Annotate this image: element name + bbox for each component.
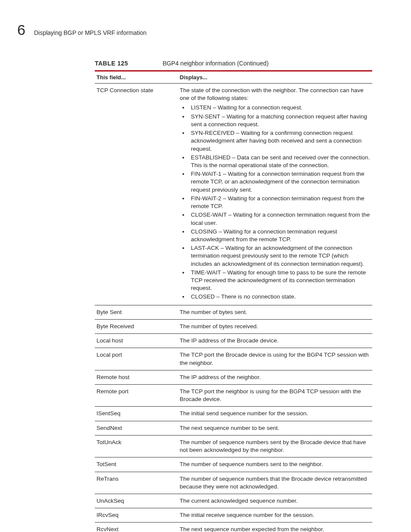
displays-cell: The IP address of the neighbor. <box>178 370 372 384</box>
table-row: SendNextThe next sequence number to be s… <box>95 421 372 435</box>
table-row: Local portThe TCP port the Brocade devic… <box>95 348 372 370</box>
field-cell: Byte Sent <box>95 305 178 319</box>
bullet-item: CLOSED – There is no connection state. <box>180 293 371 301</box>
table-row: ReTransThe number of sequence numbers th… <box>95 472 372 494</box>
bullet-item: ESTABLISHED – Data can be sent and recei… <box>180 154 371 169</box>
displays-cell: The TCP port the Brocade device is using… <box>178 348 372 370</box>
field-cell: Remote port <box>95 385 178 407</box>
table-row: Byte ReceivedThe number of bytes receive… <box>95 319 372 333</box>
bullet-item: FIN-WAIT-1 – Waiting for a connection te… <box>180 170 371 194</box>
table-header-row: This field... Displays... <box>95 71 372 84</box>
displays-cell: The initial receive sequence number for … <box>178 508 372 523</box>
table-header-field: This field... <box>95 71 178 84</box>
field-cell: Local port <box>95 348 178 370</box>
table-title: BGP4 neighbor information (Continued) <box>162 60 268 67</box>
field-cell: RcvNext <box>95 523 178 532</box>
bullet-item: SYN-RECEIVED – Waiting for a confirming … <box>180 129 371 153</box>
displays-cell: The number of sequence numbers sent by t… <box>178 435 372 457</box>
field-cell: UnAckSeq <box>95 494 178 508</box>
bullet-item: CLOSING – Waiting for a connection termi… <box>180 228 371 243</box>
bullet-item: SYN-SENT – Waiting for a matching connec… <box>180 113 371 128</box>
displays-cell: The state of the connection with the nei… <box>178 84 372 305</box>
displays-cell: The IP address of the Brocade device. <box>178 334 372 348</box>
bullet-item: CLOSE-WAIT – Waiting for a connection te… <box>180 211 371 227</box>
page: 6 Displaying BGP or MPLS VRF information… <box>0 0 411 532</box>
field-cell: TotSent <box>95 457 178 472</box>
table-caption: TABLE 125 BGP4 neighbor information (Con… <box>95 60 372 67</box>
displays-cell: The number of sequence numbers sent to t… <box>178 457 372 472</box>
table-row: TotSentThe number of sequence numbers se… <box>95 457 372 472</box>
table-header-displays: Displays... <box>178 71 372 84</box>
table-wrapper: TABLE 125 BGP4 neighbor information (Con… <box>95 60 372 532</box>
field-cell: Remote host <box>95 370 178 384</box>
bullet-item: TIME-WAIT – Waiting for enough time to p… <box>180 269 371 292</box>
table-row: Byte SentThe number of bytes sent. <box>95 305 372 319</box>
cell-intro: The state of the connection with the nei… <box>180 87 371 102</box>
field-cell: ISentSeq <box>95 407 178 421</box>
table-row: IRcvSeqThe initial receive sequence numb… <box>95 508 372 523</box>
displays-cell: The number of bytes sent. <box>178 305 372 319</box>
field-cell: IRcvSeq <box>95 508 178 523</box>
chapter-number: 6 <box>17 22 25 38</box>
table-row: Remote portThe TCP port the neighbor is … <box>95 385 372 407</box>
table-row: TotUnAckThe number of sequence numbers s… <box>95 435 372 457</box>
field-cell: SendNext <box>95 421 178 435</box>
table-row: RcvNextThe next sequence number expected… <box>95 523 372 532</box>
displays-cell: The next sequence number expected from t… <box>178 523 372 532</box>
displays-cell: The next sequence number to be sent. <box>178 421 372 435</box>
page-header: 6 Displaying BGP or MPLS VRF information <box>17 22 372 38</box>
displays-cell: The current acknowledged sequence number… <box>178 494 372 508</box>
table-row: UnAckSeqThe current acknowledged sequenc… <box>95 494 372 508</box>
table-row: Remote hostThe IP address of the neighbo… <box>95 370 372 384</box>
bullet-item: LISTEN – Waiting for a connection reques… <box>180 104 371 112</box>
displays-cell: The TCP port the neighbor is using for t… <box>178 385 372 407</box>
field-cell: ReTrans <box>95 472 178 494</box>
field-cell: Byte Received <box>95 319 178 333</box>
table-row: TCP Connection stateThe state of the con… <box>95 84 372 305</box>
displays-cell: The number of sequence numbers that the … <box>178 472 372 494</box>
table-row: ISentSeqThe initial send sequence number… <box>95 407 372 421</box>
displays-cell: The number of bytes received. <box>178 319 372 333</box>
displays-cell: The initial send sequence number for the… <box>178 407 372 421</box>
field-cell: Local host <box>95 334 178 348</box>
bgp4-table: This field... Displays... TCP Connection… <box>95 70 372 532</box>
bullet-item: LAST-ACK – Waiting for an acknowledgment… <box>180 244 371 268</box>
table-row: Local hostThe IP address of the Brocade … <box>95 334 372 348</box>
bullet-item: FIN-WAIT-2 – Waiting for a connection te… <box>180 195 371 210</box>
chapter-title: Displaying BGP or MPLS VRF information <box>34 29 146 36</box>
field-cell: TCP Connection state <box>95 84 178 305</box>
field-cell: TotUnAck <box>95 435 178 457</box>
bullet-list: LISTEN – Waiting for a connection reques… <box>180 104 371 301</box>
table-number: TABLE 125 <box>95 60 128 67</box>
